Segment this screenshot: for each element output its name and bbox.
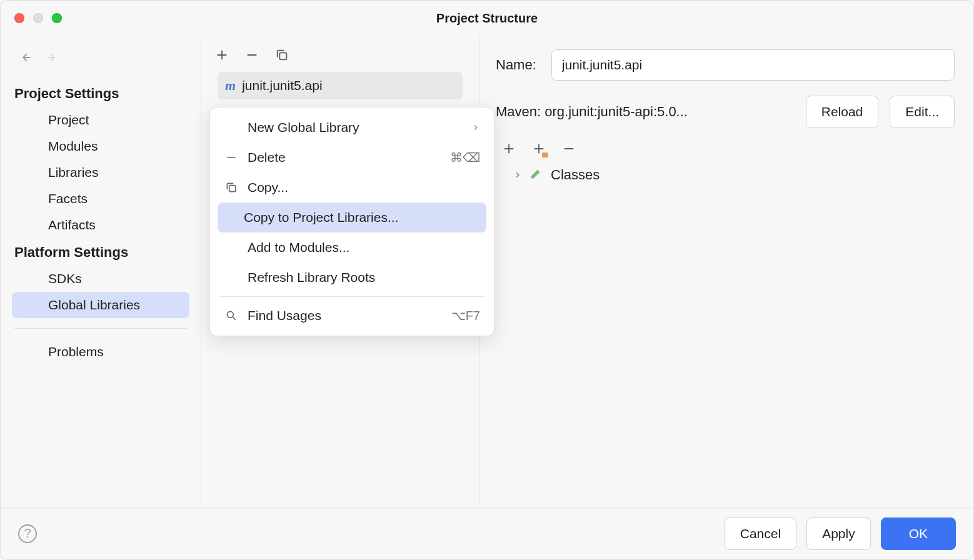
sidebar-item-project[interactable]: Project [1,107,201,133]
cm-refresh-library-roots[interactable]: Refresh Library Roots [210,262,494,292]
name-input[interactable] [551,49,955,81]
cancel-button[interactable]: Cancel [725,518,796,550]
library-toolbar [201,36,479,72]
add-icon[interactable] [215,48,229,62]
footer: ? Cancel Apply OK [1,507,973,559]
shortcut: ⌘⌫ [450,150,480,165]
search-icon [224,309,239,322]
titlebar: Project Structure [1,1,973,36]
sidebar-section-title: Platform Settings [1,238,201,266]
ok-button[interactable]: OK [881,518,956,550]
remove-root-icon[interactable] [562,142,576,156]
apply-button[interactable]: Apply [806,518,871,550]
sidebar-nav [1,51,201,64]
library-name: junit.junit5.api [242,78,322,93]
window-title: Project Structure [1,11,973,26]
tree-label: Classes [551,167,600,183]
cm-copy[interactable]: Copy... [210,172,494,202]
roots-toolbar [502,142,955,156]
forward-icon [46,51,59,64]
cm-new-global-library[interactable]: New Global Library [210,112,494,142]
edit-button[interactable]: Edit... [890,96,955,128]
svg-rect-1 [229,186,236,192]
cm-find-usages[interactable]: Find Usages ⌥F7 [210,301,494,331]
copy-icon [224,181,239,194]
sidebar-item-artifacts[interactable]: Artifacts [1,212,201,238]
name-label: Name: [496,57,536,73]
svg-rect-0 [279,52,286,59]
minus-icon [224,151,239,164]
copy-icon[interactable] [275,48,289,62]
reload-button[interactable]: Reload [806,96,879,128]
context-menu-separator [219,296,485,297]
maven-coordinates: Maven: org.junit:junit5-api:5.0... [496,104,795,120]
sidebar-divider [14,328,187,329]
library-list-item[interactable]: m junit.junit5.api [218,72,463,99]
add-folder-icon[interactable] [532,142,546,156]
tree-row-classes[interactable]: Classes [496,167,955,183]
cm-add-to-modules[interactable]: Add to Modules... [210,232,494,262]
sidebar-item-problems[interactable]: Problems [1,339,201,365]
add-root-icon[interactable] [502,142,516,156]
maven-row: Maven: org.junit:junit5-api:5.0... Reloa… [496,96,955,128]
context-menu: New Global Library Delete ⌘⌫ Copy... Cop… [209,107,495,336]
back-icon[interactable] [18,51,32,64]
maven-icon: m [225,78,236,94]
sidebar-item-libraries[interactable]: Libraries [1,159,201,186]
help-icon[interactable]: ? [18,524,37,543]
svg-point-2 [227,311,233,318]
sidebar-item-global-libraries[interactable]: Global Libraries [12,292,189,318]
library-detail-panel: Name: Maven: org.junit:junit5-api:5.0...… [479,36,973,507]
hammer-icon [530,168,543,182]
sidebar-section-title: Project Settings [1,79,201,107]
sidebar-item-modules[interactable]: Modules [1,133,201,159]
sidebar: Project Settings Project Modules Librari… [1,36,201,507]
sidebar-item-facets[interactable]: Facets [1,186,201,212]
shortcut: ⌥F7 [451,308,480,323]
sidebar-item-sdks[interactable]: SDKs [1,266,201,292]
chevron-right-icon [513,171,522,179]
cm-delete[interactable]: Delete ⌘⌫ [210,142,494,172]
cm-copy-to-project-libraries[interactable]: Copy to Project Libraries... [218,202,486,232]
remove-icon[interactable] [245,48,259,62]
chevron-right-icon [471,123,480,132]
name-field-row: Name: [496,49,955,81]
